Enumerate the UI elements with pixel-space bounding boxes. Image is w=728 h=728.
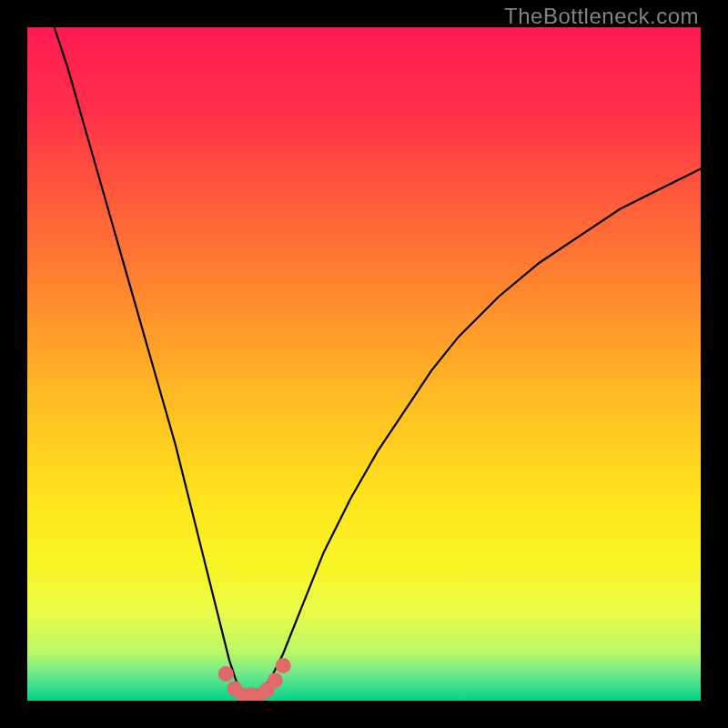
highlight-dot [268, 672, 283, 688]
watermark-text: TheBottleneck.com [504, 4, 699, 29]
chart-background [27, 27, 701, 701]
plot-area [27, 27, 701, 701]
highlight-dot [218, 666, 234, 682]
chart-svg [27, 27, 701, 701]
highlight-dot [276, 658, 291, 673]
